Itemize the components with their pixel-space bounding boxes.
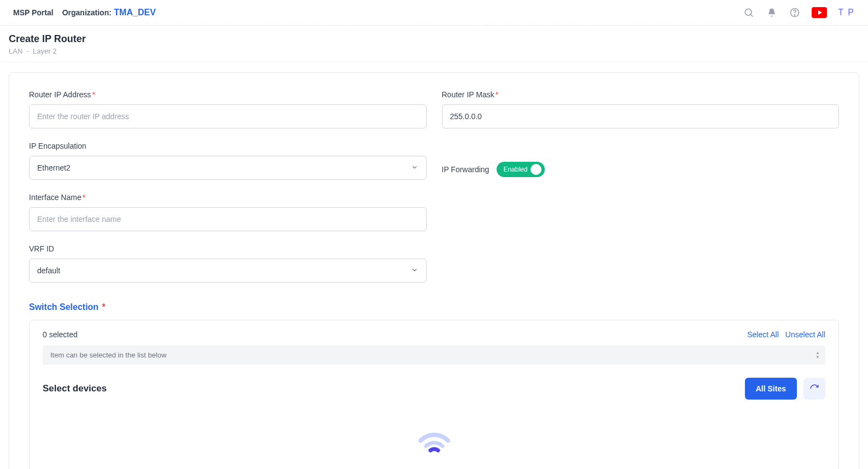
- chevron-down-icon: [411, 266, 418, 275]
- svg-point-3: [795, 15, 795, 15]
- youtube-icon[interactable]: [812, 7, 827, 18]
- search-icon[interactable]: [743, 7, 755, 19]
- all-sites-button[interactable]: All Sites: [745, 378, 797, 400]
- interface-name-label: Interface Name*: [29, 193, 427, 202]
- portal-title: MSP Portal: [13, 8, 54, 17]
- ip-encap-field: IP Encapsulation Ethernet2: [29, 142, 427, 180]
- select-all-link[interactable]: Select All: [747, 330, 779, 339]
- ip-encap-label: IP Encapsulation: [29, 142, 427, 150]
- bell-icon[interactable]: [766, 7, 778, 19]
- ip-encap-value: Ethernet2: [37, 163, 71, 172]
- loading-area: [43, 400, 825, 454]
- switch-selection-title: Switch Selection *: [29, 302, 839, 312]
- vrf-id-value: default: [37, 266, 60, 275]
- org-label: Organization:: [62, 8, 112, 17]
- switch-panel: 0 selected Select All Unselect All Item …: [29, 320, 839, 469]
- breadcrumb-lan[interactable]: LAN: [9, 47, 22, 55]
- vrf-id-label: VRF ID: [29, 244, 427, 253]
- router-ip-input[interactable]: [29, 104, 427, 128]
- switch-selection-section: Switch Selection * 0 selected Select All…: [29, 302, 839, 469]
- toggle-state-text: Enabled: [500, 166, 527, 173]
- refresh-button[interactable]: [803, 378, 825, 400]
- form-card: Router IP Address* Router IP Mask* IP En…: [9, 72, 859, 469]
- router-ip-field: Router IP Address*: [29, 90, 427, 128]
- vrf-id-select[interactable]: default: [29, 259, 427, 283]
- header-left: MSP Portal Organization: TMA_DEV: [13, 8, 156, 17]
- interface-name-field: Interface Name*: [29, 193, 427, 231]
- page-title: Create IP Router: [9, 33, 859, 45]
- selection-hint-text: Item can be selected in the list below: [50, 351, 166, 359]
- unselect-all-link[interactable]: Unselect All: [785, 330, 825, 339]
- wifi-loader-icon: [412, 421, 456, 454]
- svg-line-1: [751, 15, 753, 17]
- selection-hint-box[interactable]: Item can be selected in the list below ▲…: [43, 345, 825, 365]
- chevron-down-icon: [411, 163, 418, 173]
- org-group[interactable]: Organization: TMA_DEV: [62, 8, 156, 17]
- router-mask-label: Router IP Mask*: [442, 90, 840, 99]
- selected-count: 0 selected: [43, 330, 78, 339]
- router-ip-label: Router IP Address*: [29, 90, 427, 99]
- ip-encap-select[interactable]: Ethernet2: [29, 156, 427, 180]
- breadcrumb: LAN - Layer 2: [9, 47, 859, 55]
- router-mask-field: Router IP Mask*: [442, 90, 840, 128]
- svg-point-0: [745, 9, 752, 15]
- toggle-knob: [531, 164, 541, 175]
- ip-forwarding-label: IP Forwarding: [442, 165, 490, 174]
- stepper-arrows-icon: ▲▼: [815, 351, 820, 360]
- top-header: MSP Portal Organization: TMA_DEV T P: [0, 0, 868, 26]
- ip-forwarding-field: IP Forwarding Enabled: [442, 159, 840, 180]
- select-devices-title: Select devices: [43, 383, 107, 394]
- router-mask-input[interactable]: [442, 104, 840, 128]
- breadcrumb-layer2[interactable]: Layer 2: [33, 47, 56, 55]
- ip-forwarding-toggle[interactable]: Enabled: [497, 162, 545, 177]
- refresh-icon: [809, 384, 819, 394]
- user-avatar[interactable]: T P: [838, 8, 855, 17]
- header-right: T P: [743, 7, 855, 19]
- page-header: Create IP Router LAN - Layer 2: [0, 26, 868, 62]
- org-value: TMA_DEV: [114, 8, 155, 17]
- help-icon[interactable]: [789, 7, 801, 19]
- vrf-id-field: VRF ID default: [29, 244, 427, 283]
- interface-name-input[interactable]: [29, 207, 427, 231]
